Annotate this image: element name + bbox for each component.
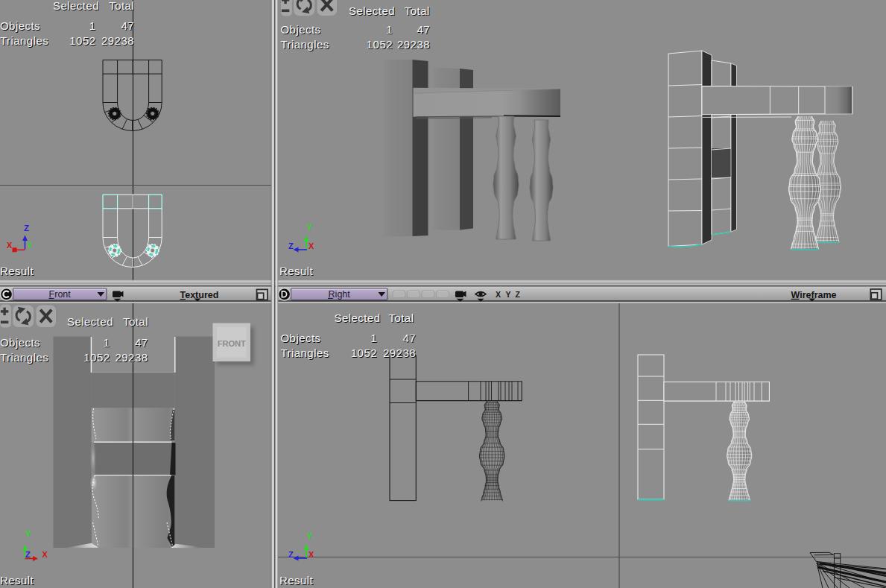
svg-text:X: X [308,241,314,250]
svg-text:1052: 1052 [69,34,95,47]
svg-text:Total: Total [123,315,148,328]
svg-text:29238: 29238 [397,38,430,51]
svg-text:FRONT: FRONT [218,339,246,348]
svg-text:Objects: Objects [281,332,321,344]
svg-text:Y: Y [307,223,313,232]
svg-text:1: 1 [89,19,96,32]
svg-text:Triangles: Triangles [281,38,329,51]
svg-text:Triangles: Triangles [0,34,48,47]
svg-text:29238: 29238 [116,351,148,364]
svg-text:Textured: Textured [180,290,219,300]
svg-text:Result: Result [279,265,314,277]
svg-text:Z: Z [24,224,29,233]
svg-text:X: X [308,550,314,559]
svg-text:47: 47 [417,23,430,36]
svg-text:Y: Y [27,241,33,250]
svg-text:Z: Z [25,550,31,559]
svg-text:X: X [42,550,48,559]
svg-text:Total: Total [389,312,414,324]
svg-text:Objects: Objects [0,336,40,349]
svg-text:1: 1 [104,336,110,349]
svg-text:X: X [7,241,13,250]
svg-text:Total: Total [109,0,134,12]
svg-text:Y: Y [506,290,511,299]
svg-text:Triangles: Triangles [281,347,329,359]
svg-text:47: 47 [402,332,416,344]
svg-text:Total: Total [405,4,430,17]
svg-text:Y: Y [307,531,313,540]
svg-text:Y: Y [25,529,31,538]
svg-text:Result: Result [279,574,314,587]
svg-text:Z: Z [516,290,521,299]
svg-text:Result: Result [0,574,34,587]
svg-text:X: X [496,290,501,299]
svg-text:Z: Z [288,550,294,559]
svg-text:Selected: Selected [335,312,381,324]
svg-text:29238: 29238 [383,347,416,359]
svg-text:Selected: Selected [349,4,395,17]
svg-text:Z: Z [288,241,294,250]
svg-text:1052: 1052 [83,351,110,364]
svg-text:Result: Result [0,265,34,277]
svg-text:1052: 1052 [351,347,377,359]
svg-text:1: 1 [370,332,377,344]
svg-text:47: 47 [121,19,134,32]
svg-text:Objects: Objects [0,19,40,32]
svg-text:47: 47 [135,336,148,349]
svg-text:Selected: Selected [53,0,99,12]
svg-text:29238: 29238 [101,34,134,47]
svg-text:Objects: Objects [281,23,321,36]
svg-text:Wireframe: Wireframe [791,290,837,300]
svg-text:Triangles: Triangles [0,351,48,364]
svg-text:1052: 1052 [367,38,393,51]
svg-text:1: 1 [386,23,393,36]
svg-text:Selected: Selected [67,315,113,328]
